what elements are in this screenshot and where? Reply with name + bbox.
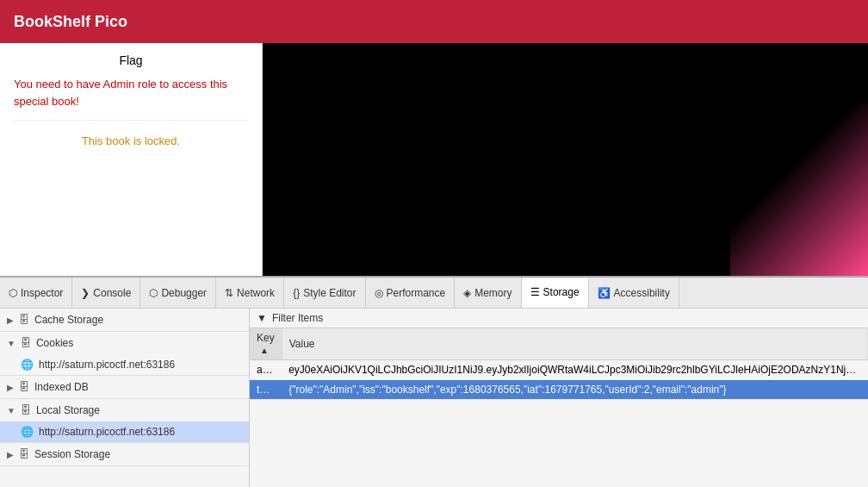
indexed-db-chevron: ▶ — [7, 383, 14, 392]
main-content: Flag You need to have Admin role to acce… — [0, 43, 868, 276]
tab-accessibility-label: Accessibility — [614, 287, 670, 299]
cache-storage-db-icon: 🗄 — [19, 314, 29, 326]
devtools-body: ▶ 🗄 Cache Storage ▼ 🗄 Cookies 🌐 http://s… — [0, 309, 868, 487]
cookies-header[interactable]: ▼ 🗄 Cookies — [0, 332, 249, 354]
storage-data-table: Key ▲ Value auth-tokeneyJ0eXAiOiJKV1QiLC… — [250, 328, 868, 400]
tab-network[interactable]: ⇅ Network — [216, 278, 284, 308]
tab-network-label: Network — [237, 287, 275, 299]
tab-memory-label: Memory — [474, 287, 512, 299]
storage-sidebar: ▶ 🗄 Cache Storage ▼ 🗄 Cookies 🌐 http://s… — [0, 309, 250, 487]
flag-title: Flag — [14, 53, 248, 67]
access-message: You need to have Admin role to access th… — [14, 76, 248, 121]
col-header-value: Value — [282, 328, 867, 360]
navbar: BookShelf Pico — [0, 0, 868, 43]
local-storage-db-icon: 🗄 — [21, 404, 31, 416]
cookies-chevron: ▼ — [7, 339, 16, 348]
session-storage-chevron: ▶ — [7, 450, 14, 459]
table-header-row: Key ▲ Value — [250, 328, 868, 360]
network-icon: ⇅ — [225, 287, 233, 299]
tab-inspector-label: Inspector — [21, 287, 63, 299]
cookies-saturn-url: http://saturn.picoctf.net:63186 — [39, 359, 175, 371]
table-cell-value: {"role":"Admin","iss":"bookshelf","exp":… — [282, 380, 867, 400]
local-storage-header[interactable]: ▼ 🗄 Local Storage — [0, 399, 249, 421]
filter-icon: ▼ — [257, 312, 267, 324]
debugger-icon: ⬡ — [149, 287, 158, 299]
cookies-db-icon: 🗄 — [21, 337, 31, 349]
session-storage-header[interactable]: ▶ 🗄 Session Storage — [0, 443, 249, 465]
tab-debugger-label: Debugger — [161, 287, 207, 299]
memory-icon: ◈ — [463, 287, 471, 299]
session-storage-label: Session Storage — [34, 448, 110, 460]
locked-message: This book is locked. — [14, 134, 248, 147]
col-header-key[interactable]: Key ▲ — [250, 328, 282, 360]
filter-bar: ▼ Filter Items — [250, 309, 868, 328]
sort-arrow-icon: ▲ — [260, 346, 269, 355]
indexed-db-group: ▶ 🗄 Indexed DB — [0, 376, 249, 399]
cookies-saturn-item[interactable]: 🌐 http://saturn.picoctf.net:63186 — [0, 354, 249, 375]
inspector-icon: ⬡ — [9, 287, 17, 299]
book-cover-image — [730, 103, 868, 276]
session-storage-db-icon: 🗄 — [19, 448, 29, 460]
storage-table-body: auth-tokeneyJ0eXAiOiJKV1QiLCJhbGciOiJIUz… — [250, 360, 868, 400]
local-storage-globe-icon: 🌐 — [21, 426, 34, 438]
tab-storage[interactable]: ☰ Storage — [522, 278, 589, 309]
table-row[interactable]: token-payload{"role":"Admin","iss":"book… — [250, 380, 868, 400]
local-storage-chevron: ▼ — [7, 406, 16, 415]
table-cell-value: eyJ0eXAiOiJKV1QiLCJhbGciOiJIUzI1NiJ9.eyJ… — [282, 360, 867, 380]
tab-inspector[interactable]: ⬡ Inspector — [0, 278, 72, 308]
devtools-panel: ⬡ Inspector ❯ Console ⬡ Debugger ⇅ Netwo… — [0, 276, 868, 487]
app-title: BookShelf Pico — [14, 13, 127, 31]
local-storage-group: ▼ 🗄 Local Storage 🌐 http://saturn.picoct… — [0, 399, 249, 443]
tab-style-editor[interactable]: {} Style Editor — [284, 278, 365, 308]
local-storage-saturn-item[interactable]: 🌐 http://saturn.picoctf.net:63186 — [0, 421, 249, 442]
cache-storage-header[interactable]: ▶ 🗄 Cache Storage — [0, 309, 249, 331]
tab-accessibility[interactable]: ♿ Accessibility — [589, 278, 679, 308]
devtools-tabs: ⬡ Inspector ❯ Console ⬡ Debugger ⇅ Netwo… — [0, 278, 868, 309]
cache-storage-group: ▶ 🗄 Cache Storage — [0, 309, 249, 332]
table-cell-key: auth-token — [250, 360, 282, 380]
cache-storage-label: Cache Storage — [34, 314, 103, 326]
left-panel: Flag You need to have Admin role to acce… — [0, 43, 263, 276]
storage-table: Key ▲ Value auth-tokeneyJ0eXAiOiJKV1QiLC… — [250, 328, 868, 487]
session-storage-group: ▶ 🗄 Session Storage — [0, 443, 249, 466]
console-icon: ❯ — [81, 287, 90, 299]
local-storage-saturn-url: http://saturn.picoctf.net:63186 — [39, 426, 175, 438]
indexed-db-label: Indexed DB — [34, 381, 89, 393]
filter-label: Filter Items — [272, 312, 323, 324]
tab-debugger[interactable]: ⬡ Debugger — [140, 278, 216, 308]
tab-style-editor-label: Style Editor — [303, 287, 356, 299]
performance-icon: ◎ — [375, 287, 383, 299]
tab-console[interactable]: ❯ Console — [72, 278, 140, 308]
tab-performance-label: Performance — [387, 287, 446, 299]
cache-storage-chevron: ▶ — [7, 315, 14, 325]
cookies-group: ▼ 🗄 Cookies 🌐 http://saturn.picoctf.net:… — [0, 332, 249, 376]
tab-memory[interactable]: ◈ Memory — [455, 278, 521, 308]
local-storage-label: Local Storage — [36, 404, 100, 416]
storage-main-panel: ▼ Filter Items Key ▲ Value auth- — [250, 309, 868, 487]
indexed-db-header[interactable]: ▶ 🗄 Indexed DB — [0, 376, 249, 398]
table-cell-key: token-payload — [250, 380, 282, 400]
style-editor-icon: {} — [293, 287, 300, 299]
accessibility-icon: ♿ — [598, 287, 611, 299]
tab-console-label: Console — [93, 287, 131, 299]
storage-icon: ☰ — [530, 286, 540, 298]
table-row[interactable]: auth-tokeneyJ0eXAiOiJKV1QiLCJhbGciOiJIUz… — [250, 360, 868, 380]
book-cover-panel — [263, 43, 868, 276]
tab-storage-label: Storage — [543, 286, 580, 298]
cookies-label: Cookies — [36, 337, 73, 349]
cookies-saturn-globe-icon: 🌐 — [21, 359, 34, 371]
indexed-db-icon: 🗄 — [19, 381, 29, 393]
tab-performance[interactable]: ◎ Performance — [366, 278, 456, 308]
